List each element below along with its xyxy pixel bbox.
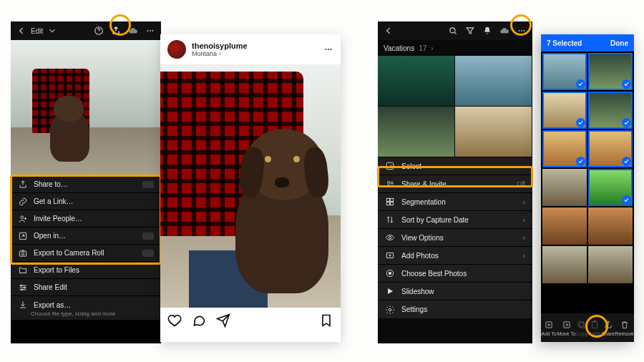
- filter-icon[interactable]: [465, 26, 475, 36]
- grid-thumb[interactable]: [378, 107, 454, 157]
- sel-thumb[interactable]: [588, 207, 633, 245]
- svg-point-1: [147, 30, 149, 31]
- username[interactable]: thenoisyplume: [192, 41, 248, 50]
- comment-icon[interactable]: [192, 313, 206, 329]
- svg-point-17: [524, 30, 525, 31]
- location[interactable]: Montana: [192, 50, 217, 57]
- svg-point-25: [389, 236, 391, 239]
- menu-settings[interactable]: Settings: [378, 300, 532, 318]
- sel-thumb[interactable]: [542, 92, 587, 129]
- sel-thumb[interactable]: [588, 92, 633, 129]
- check-icon: [576, 79, 585, 89]
- instagram-post-card: thenoisyplume Montana›: [160, 34, 341, 342]
- edit-label[interactable]: Edit: [31, 27, 43, 35]
- add-photos-icon: [385, 250, 395, 260]
- menu-share-edit[interactable]: Share Edit: [11, 279, 161, 296]
- menu-label: Segmentation: [401, 198, 446, 206]
- more-icon[interactable]: [323, 44, 333, 54]
- svg-point-10: [21, 289, 23, 290]
- svg-point-11: [326, 49, 327, 50]
- size-tag-icon: [142, 181, 154, 188]
- instagram-actions: [160, 308, 341, 335]
- tool-label: Remove: [615, 331, 634, 336]
- menu-label: Export to Camera Roll: [34, 249, 104, 257]
- search-icon[interactable]: [448, 26, 458, 36]
- sel-thumb[interactable]: [542, 130, 587, 167]
- check-icon: [622, 195, 631, 205]
- menu-label: Slideshow: [401, 288, 434, 295]
- bell-icon[interactable]: [482, 26, 492, 36]
- lightroom-share-phone: Edit Share to… Get a Link… Invite Peopl: [11, 21, 161, 343]
- svg-rect-18: [386, 162, 393, 169]
- share-menu: Share to… Get a Link… Invite People… Ope…: [11, 176, 161, 320]
- menu-share-invite[interactable]: Share & InviteOff: [378, 175, 532, 193]
- menu-invite-people[interactable]: Invite People…: [11, 210, 161, 228]
- svg-rect-33: [579, 321, 584, 326]
- menu-export-camera-roll[interactable]: Export to Camera Roll: [11, 245, 161, 262]
- menu-view-options[interactable]: View Options: [378, 229, 532, 247]
- album-breadcrumb[interactable]: Vacations 17 ›: [378, 40, 532, 56]
- cloud-icon[interactable]: [499, 26, 509, 36]
- more-icon[interactable]: [517, 26, 527, 36]
- svg-point-15: [519, 30, 520, 31]
- album-context-menu: Select Share & InviteOff Segmentation So…: [378, 157, 532, 318]
- tool-share[interactable]: Share: [601, 320, 615, 336]
- svg-point-9: [24, 287, 25, 288]
- menu-label: Choose Best Photos: [401, 270, 467, 278]
- menu-get-link[interactable]: Get a Link…: [11, 193, 161, 210]
- sel-thumb[interactable]: [542, 246, 587, 283]
- cloud-icon[interactable]: [128, 26, 138, 36]
- sel-thumb[interactable]: [588, 246, 633, 283]
- tool-remove[interactable]: Remove: [615, 320, 634, 336]
- check-icon: [576, 157, 585, 166]
- tool-label: Share: [601, 331, 615, 336]
- menu-slideshow[interactable]: Slideshow: [378, 283, 532, 300]
- sel-thumb[interactable]: [588, 53, 633, 90]
- bookmark-icon[interactable]: [319, 313, 333, 329]
- menu-best-photos[interactable]: Choose Best Photos: [378, 265, 532, 283]
- sel-thumb[interactable]: [542, 207, 587, 245]
- instagram-image[interactable]: [160, 64, 341, 308]
- menu-label: Sort by Capture Date: [401, 216, 469, 224]
- menu-segmentation[interactable]: Segmentation: [378, 193, 532, 211]
- menu-sort[interactable]: Sort by Capture Date: [378, 211, 532, 229]
- menu-label: Add Photos: [401, 252, 439, 260]
- menu-label: Get a Link…: [34, 197, 74, 205]
- sel-thumb[interactable]: [542, 53, 587, 90]
- edit-chevron-icon[interactable]: [47, 26, 57, 36]
- chevron-right-icon: ›: [431, 44, 433, 52]
- grid-thumb[interactable]: [455, 107, 532, 157]
- avatar[interactable]: [167, 40, 186, 59]
- album-grid: [378, 56, 532, 157]
- share-icon[interactable]: [111, 26, 121, 36]
- help-icon[interactable]: [94, 26, 104, 36]
- grid-thumb[interactable]: [378, 56, 454, 106]
- check-icon: [576, 118, 585, 127]
- svg-point-16: [521, 30, 522, 31]
- sel-thumb[interactable]: [588, 130, 633, 167]
- sel-thumb[interactable]: [542, 169, 587, 206]
- tool-move-to[interactable]: Move To: [557, 320, 575, 336]
- menu-select[interactable]: Select: [378, 157, 532, 175]
- sliders-icon: [18, 283, 28, 293]
- more-icon[interactable]: [145, 26, 155, 36]
- tool-add-to[interactable]: Add To: [541, 320, 557, 336]
- album-name: Vacations: [384, 44, 414, 52]
- menu-export-files[interactable]: Export to Files: [11, 262, 161, 279]
- send-icon[interactable]: [216, 313, 230, 329]
- grid-thumb[interactable]: [455, 56, 532, 106]
- like-icon[interactable]: [167, 313, 182, 329]
- tool-copy: Copy: [576, 320, 587, 336]
- back-icon[interactable]: [384, 26, 394, 36]
- menu-open-in[interactable]: Open in…: [11, 228, 161, 245]
- sel-thumb[interactable]: [588, 169, 633, 206]
- chevron-right-icon: [523, 234, 525, 242]
- menu-add-photos[interactable]: Add Photos: [378, 247, 532, 265]
- back-icon[interactable]: [16, 26, 26, 36]
- svg-point-19: [388, 182, 391, 185]
- menu-label: Open in…: [34, 232, 66, 240]
- done-button[interactable]: Done: [610, 39, 628, 47]
- menu-share-to[interactable]: Share to…: [11, 176, 161, 193]
- menu-label: Share to…: [34, 180, 68, 188]
- people-icon: [385, 179, 395, 189]
